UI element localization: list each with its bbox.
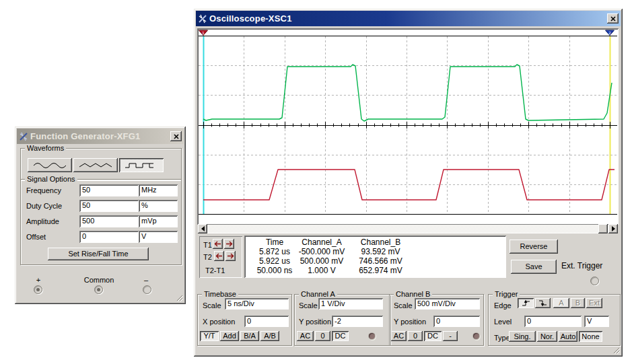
window-title: Oscilloscope-XSC1 bbox=[209, 13, 292, 24]
frequency-input[interactable]: 50 bbox=[79, 184, 139, 196]
trigger-edge-label: Edge bbox=[494, 301, 512, 310]
scope-screen: 12 bbox=[199, 30, 617, 223]
t1-label: T1 bbox=[203, 241, 212, 249]
trigger-type-normal-button[interactable]: Nor. bbox=[537, 331, 557, 342]
close-icon bbox=[174, 134, 179, 139]
triangle-wave-button[interactable] bbox=[73, 158, 118, 172]
channel-b-scale-label: Scale bbox=[394, 301, 413, 310]
resize-grip[interactable] bbox=[175, 293, 183, 301]
signal-options-group-label: Signal Options bbox=[25, 175, 77, 183]
channel-b-invert-button[interactable]: - bbox=[443, 331, 458, 341]
window-title: Function Generator-XFG1 bbox=[30, 131, 141, 141]
t2-channel-b: 746.566 mV bbox=[345, 256, 416, 266]
trace-channel-b bbox=[203, 65, 612, 121]
duty-cycle-input[interactable]: 50 bbox=[79, 200, 139, 212]
desktop: Function Generator-XFG1 Waveforms bbox=[0, 0, 632, 364]
t1-left-button[interactable] bbox=[213, 239, 223, 249]
t1-channel-b: 93.592 mV bbox=[345, 247, 416, 256]
trigger-level-input[interactable]: 0 bbox=[524, 316, 582, 327]
cursor-panel: T1 T2 T2-T1 bbox=[199, 236, 242, 278]
trigger-level-unit[interactable]: V bbox=[584, 316, 609, 327]
scroll-right-button[interactable] bbox=[608, 224, 618, 233]
sine-wave-button[interactable] bbox=[28, 158, 72, 172]
duty-cycle-label: Duty Cycle bbox=[26, 202, 62, 210]
timebase-ab-button[interactable]: A/B bbox=[260, 331, 279, 341]
frequency-unit[interactable]: MHz bbox=[139, 184, 178, 196]
function-generator-window: Function Generator-XFG1 Waveforms bbox=[15, 126, 186, 304]
timebase-scale-label: Scale bbox=[203, 301, 221, 310]
function-generator-title-bar[interactable]: Function Generator-XFG1 bbox=[17, 129, 184, 144]
offset-input[interactable]: 0 bbox=[79, 231, 139, 243]
set-rise-fall-time-button[interactable]: Set Rise/Fall Time bbox=[48, 248, 149, 260]
frequency-label: Frequency bbox=[26, 186, 61, 194]
waveforms-group-label: Waveforms bbox=[25, 144, 66, 152]
channel-a-dc-button[interactable]: DC bbox=[332, 331, 349, 341]
channel-b-ac-button[interactable]: AC bbox=[391, 331, 407, 341]
amplitude-unit[interactable]: mVp bbox=[139, 215, 178, 227]
close-button[interactable] bbox=[170, 131, 182, 141]
channel-b-zero-button[interactable]: 0 bbox=[408, 331, 423, 341]
trigger-type-label: Type bbox=[494, 334, 510, 342]
ext-trigger-terminal[interactable] bbox=[590, 277, 599, 285]
arrow-left-icon bbox=[214, 241, 221, 247]
channel-a-zero-button[interactable]: 0 bbox=[315, 331, 330, 341]
square-wave-button[interactable] bbox=[119, 158, 164, 172]
duty-cycle-unit[interactable]: % bbox=[139, 200, 178, 212]
terminal-plus[interactable] bbox=[34, 285, 42, 294]
timebase-yt-button[interactable]: Y/T bbox=[200, 331, 219, 341]
trigger-group-label: Trigger bbox=[493, 290, 520, 298]
trigger-source-ext-button[interactable]: Ext bbox=[586, 298, 602, 308]
channel-a-ypos-input[interactable]: -2 bbox=[332, 316, 383, 327]
timebase-ba-button[interactable]: B/A bbox=[240, 331, 259, 341]
timebase-xpos-label: X position bbox=[203, 318, 235, 326]
trigger-falling-edge-button[interactable] bbox=[535, 298, 551, 308]
save-button[interactable]: Save bbox=[511, 260, 557, 274]
scroll-left-icon bbox=[201, 226, 205, 231]
t2-right-button[interactable] bbox=[225, 251, 236, 261]
offset-unit[interactable]: V bbox=[139, 231, 178, 243]
terminal-common-label: Common bbox=[78, 276, 120, 284]
amplitude-input[interactable]: 500 bbox=[79, 215, 139, 227]
channel-a-scale-label: Scale bbox=[299, 301, 318, 310]
trigger-type-auto-button[interactable]: Auto bbox=[559, 331, 577, 342]
channel-b-scale-input[interactable]: 500 mV/Div bbox=[415, 298, 480, 310]
scroll-right-icon bbox=[612, 226, 615, 231]
channel-a-ac-button[interactable]: AC bbox=[297, 331, 314, 341]
t2-left-button[interactable] bbox=[214, 251, 224, 261]
scrollbar-thumb[interactable] bbox=[598, 224, 608, 233]
trigger-type-single-button[interactable]: Sing. bbox=[509, 331, 536, 342]
channel-a-ypos-label: Y position bbox=[299, 318, 331, 326]
trigger-type-none-button[interactable]: None bbox=[579, 331, 602, 342]
channel-b-ypos-input[interactable]: 0 bbox=[433, 316, 480, 327]
offset-label: Offset bbox=[26, 233, 46, 241]
terminal-common[interactable] bbox=[94, 285, 103, 294]
trigger-level-label: Level bbox=[494, 318, 512, 326]
resize-grip[interactable] bbox=[612, 346, 620, 354]
timebase-add-button[interactable]: Add bbox=[220, 331, 239, 341]
arrow-left-icon bbox=[215, 253, 223, 259]
channel-b-dc-button[interactable]: DC bbox=[424, 331, 442, 341]
terminal-minus[interactable] bbox=[143, 285, 151, 294]
oscilloscope-title-bar[interactable]: Oscilloscope-XSC1 bbox=[196, 11, 621, 26]
signal-options-group: Signal Options Frequency 50 MHz Duty Cyc… bbox=[20, 179, 182, 265]
channel-a-scale-input[interactable]: 1 V/Div bbox=[318, 298, 383, 310]
close-button[interactable] bbox=[607, 13, 619, 24]
instrument-icon bbox=[19, 132, 28, 141]
trigger-source-b-button[interactable]: B bbox=[571, 298, 585, 308]
scope-horizontal-scrollbar[interactable] bbox=[198, 224, 618, 233]
square-wave-icon bbox=[123, 161, 160, 170]
trigger-source-a-button[interactable]: A bbox=[553, 298, 569, 308]
trigger-rising-edge-button[interactable] bbox=[518, 298, 534, 308]
reverse-button[interactable]: Reverse bbox=[510, 240, 558, 254]
oscilloscope-window: Oscilloscope-XSC1 12 T1 bbox=[194, 9, 623, 357]
t1-right-button[interactable] bbox=[224, 239, 234, 249]
timebase-scale-input[interactable]: 5 ns/Div bbox=[225, 298, 289, 310]
arrow-right-icon bbox=[227, 253, 234, 259]
scope-screen-frame: 12 bbox=[197, 28, 619, 225]
amplitude-label: Amplitude bbox=[26, 217, 59, 225]
arrow-right-icon bbox=[225, 241, 233, 247]
timebase-group-label: Timebase bbox=[202, 290, 238, 298]
timebase-xpos-input[interactable]: 0 bbox=[244, 316, 289, 327]
scroll-left-button[interactable] bbox=[198, 224, 207, 233]
channel-b-group: Channel B Scale 500 mV/Div Y position 0 … bbox=[389, 294, 484, 346]
